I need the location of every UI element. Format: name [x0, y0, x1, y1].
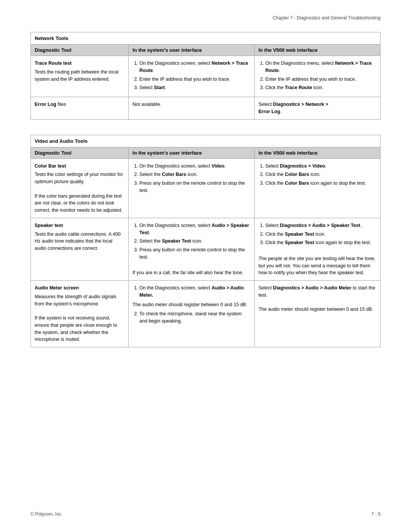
- page-content: Network Tools Diagnostic Tool In the sys…: [0, 28, 411, 385]
- color-bar-desc1: Tests the color settings of your monitor…: [35, 171, 124, 185]
- speaker-sys-step2: Select the Speaker Test icon.: [139, 238, 250, 245]
- speaker-web-step3: Click the Speaker Test icon again to sto…: [265, 239, 376, 246]
- audio-meter-web-cell: Select Diagnostics > Audio > Audio Meter…: [255, 281, 381, 347]
- speaker-name: Speaker test: [35, 222, 124, 229]
- footer-copyright: © Polycom, Inc.: [30, 511, 62, 517]
- footer-page-number: 7 - 5: [371, 511, 381, 517]
- color-bar-tool-cell: Color Bar test Tests the color settings …: [31, 158, 129, 218]
- speaker-web-step1: Select Diagnostics > Audio > Speaker Tes…: [265, 222, 376, 229]
- color-bar-web-step2: Click the Color Bars icon.: [265, 171, 376, 178]
- speaker-desc: Tests the audio cable connections. A 400…: [35, 231, 124, 252]
- video-audio-header-row: Diagnostic Tool In the system's user int…: [31, 147, 381, 158]
- speaker-web-cell: Select Diagnostics > Audio > Speaker Tes…: [255, 218, 381, 280]
- audio-meter-name: Audio Meter screen: [35, 284, 124, 292]
- trace-route-sys-step1: On the Diagnostics screen, select Networ…: [139, 60, 250, 74]
- page-footer: © Polycom, Inc. 7 - 5: [30, 511, 381, 517]
- speaker-sys-step1: On the Diagnostics screen, select Audio …: [139, 222, 250, 236]
- speaker-web-step2: Click the Speaker Test icon.: [265, 231, 376, 238]
- color-bar-web-step3: Click the Color Bars icon again to stop …: [265, 180, 376, 187]
- color-bar-name: Color Bar test: [35, 163, 124, 170]
- audio-meter-sys-cell: On the Diagnostics screen, select Audio …: [129, 281, 255, 347]
- audio-meter-tool-cell: Audio Meter screen Measures the strength…: [31, 281, 129, 347]
- trace-route-name: Trace Route test: [35, 60, 124, 67]
- video-audio-title: Video and Audio Tools: [31, 135, 381, 147]
- speaker-sys-note: If you are in a call, the far site will …: [132, 269, 250, 276]
- chapter-heading: Chapter 7 - Diagnostics and General Trou…: [273, 15, 381, 21]
- color-bar-desc2: If the color bars generated during the t…: [35, 193, 124, 214]
- network-tools-table: Network Tools Diagnostic Tool In the sys…: [30, 32, 381, 120]
- color-bar-row: Color Bar test Tests the color settings …: [31, 158, 381, 218]
- network-col3-header: In the V500 web interface: [255, 45, 381, 56]
- video-col3-header: In the V500 web interface: [255, 147, 381, 158]
- color-bar-sys-step2: Select the Color Bars icon.: [139, 171, 250, 178]
- error-log-name: Error Log: [35, 102, 56, 107]
- color-bar-sys-cell: On the Diagnostics screen, select Video.…: [129, 158, 255, 218]
- error-log-tool-cell: Error Log files: [31, 97, 129, 120]
- video-col1-header: Diagnostic Tool: [31, 147, 129, 158]
- audio-meter-sys-step1: On the Diagnostics screen, select Audio …: [139, 284, 250, 299]
- audio-meter-desc1: Measures the strength of audio signals f…: [35, 293, 124, 308]
- color-bar-web-step1: Select Diagnostics > Video.: [265, 163, 376, 170]
- error-log-sys-cell: Not available.: [129, 97, 255, 120]
- network-tools-header-row: Diagnostic Tool In the system's user int…: [31, 45, 381, 56]
- speaker-web-note: The people at the site you are testing w…: [258, 255, 376, 276]
- error-log-row: Error Log files Not available. Select Di…: [31, 97, 381, 120]
- trace-route-web-step3: Click the Trace Route icon.: [265, 84, 376, 91]
- trace-route-sys-cell: On the Diagnostics screen, select Networ…: [129, 56, 255, 97]
- video-col2-header: In the system's user interface: [129, 147, 255, 158]
- trace-route-web-step2: Enter the IP address that you wish to tr…: [265, 76, 376, 83]
- network-col2-header: In the system's user interface: [129, 45, 255, 56]
- audio-meter-web-text1: Select Diagnostics > Audio > Audio Meter…: [258, 284, 376, 299]
- audio-meter-sys-step2: To check the microphone, stand near the …: [139, 310, 250, 325]
- speaker-tool-cell: Speaker test Tests the audio cable conne…: [31, 218, 129, 280]
- trace-route-web-cell: On the Diagnostics menu, select Network …: [255, 56, 381, 97]
- trace-route-web-step1: On the Diagnostics menu, select Network …: [265, 60, 376, 74]
- speaker-test-row: Speaker test Tests the audio cable conne…: [31, 218, 381, 280]
- audio-meter-sys-note1: The audio meter should register between …: [132, 301, 250, 308]
- trace-route-row: Trace Route test Tests the routing path …: [31, 56, 381, 97]
- color-bar-web-cell: Select Diagnostics > Video. Click the Co…: [255, 158, 381, 218]
- video-audio-title-row: Video and Audio Tools: [31, 135, 381, 147]
- color-bar-sys-step3: Press any button on the remote control t…: [139, 180, 250, 194]
- color-bar-sys-step1: On the Diagnostics screen, select Video.: [139, 163, 250, 170]
- trace-route-sys-step2: Enter the IP address that you wish to tr…: [139, 76, 250, 83]
- speaker-sys-step3: Press any button on the remote control t…: [139, 246, 250, 261]
- video-audio-tools-table: Video and Audio Tools Diagnostic Tool In…: [30, 135, 381, 348]
- trace-route-sys-step3: Select Start.: [139, 84, 250, 91]
- network-tools-title-row: Network Tools: [31, 32, 381, 45]
- audio-meter-desc2: If the system is not receiving sound, en…: [35, 315, 124, 343]
- trace-route-desc: Tests the routing path between the local…: [35, 69, 124, 83]
- network-col1-header: Diagnostic Tool: [31, 45, 129, 56]
- speaker-sys-cell: On the Diagnostics screen, select Audio …: [129, 218, 255, 280]
- trace-route-tool-cell: Trace Route test Tests the routing path …: [31, 56, 129, 97]
- audio-meter-web-text2: The audio meter should register between …: [258, 306, 376, 313]
- error-log-web-cell: Select Diagnostics > Network >Error Log.: [255, 97, 381, 120]
- audio-meter-row: Audio Meter screen Measures the strength…: [31, 281, 381, 347]
- network-tools-title: Network Tools: [31, 32, 381, 45]
- page-header: Chapter 7 - Diagnostics and General Trou…: [0, 0, 411, 28]
